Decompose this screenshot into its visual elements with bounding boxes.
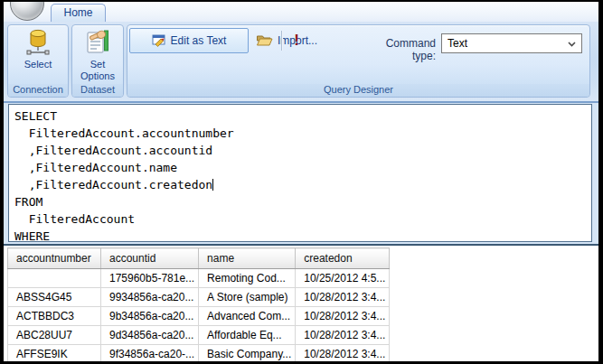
table-cell: 9934856a-ca20... bbox=[101, 288, 199, 307]
sql-line: ,FilteredAccount.name bbox=[14, 159, 591, 176]
toolbar-separator bbox=[281, 31, 282, 51]
import-folder-icon bbox=[256, 33, 273, 50]
table-cell: 175960b5-781e... bbox=[101, 269, 199, 288]
table-cell: 10/28/2012 3:4... bbox=[296, 326, 390, 345]
sql-line: FilteredAccount bbox=[14, 210, 591, 228]
edit-as-text-button[interactable]: Edit as Text bbox=[129, 28, 249, 53]
group-label-connection: Connection bbox=[8, 84, 68, 97]
sql-line: ,FilteredAccount.accountid bbox=[14, 142, 591, 159]
command-type-label: Command type: bbox=[362, 37, 436, 62]
table-cell: 9f34856a-ca20-... bbox=[101, 345, 199, 362]
group-label-dataset: Dataset bbox=[72, 84, 123, 97]
table-cell: ACTBBDC3 bbox=[8, 307, 101, 326]
text-caret bbox=[212, 179, 213, 191]
exclamation-icon: ! bbox=[294, 32, 299, 49]
chevron-down-icon bbox=[568, 37, 576, 50]
ribbon: Select Connection bbox=[4, 22, 598, 103]
table-cell: 10/25/2012 4:5... bbox=[296, 269, 390, 288]
command-type-dropdown[interactable]: Text bbox=[441, 33, 582, 53]
select-button-label: Select bbox=[24, 59, 52, 70]
table-cell: 10/28/2012 3:4... bbox=[296, 307, 390, 326]
ribbon-group-query-designer: Edit as Text Import... ! bbox=[127, 24, 590, 98]
column-header-createdon[interactable]: createdon bbox=[296, 248, 390, 269]
table-row[interactable]: ABC28UU7 9d34856a-ca20... Affordable Eq.… bbox=[8, 326, 390, 345]
sql-editor[interactable]: SELECT FilteredAccount.accountnumber ,Fi… bbox=[8, 104, 592, 242]
query-designer-toolbar: Edit as Text Import... ! bbox=[127, 25, 589, 84]
edit-as-text-label: Edit as Text bbox=[171, 34, 227, 47]
table-cell: Affordable Eq... bbox=[199, 326, 296, 345]
select-button[interactable]: Select bbox=[13, 25, 63, 84]
ribbon-group-connection: Select Connection bbox=[7, 24, 69, 98]
table-cell: AFFSE9IK bbox=[8, 345, 101, 362]
sql-line: SELECT bbox=[14, 107, 591, 125]
sql-line: FilteredAccount.accountnumber bbox=[14, 125, 591, 142]
table-row[interactable]: AFFSE9IK 9f34856a-ca20-... Basic Company… bbox=[8, 345, 390, 362]
table-cell: A Store (sample) bbox=[199, 288, 296, 307]
table-cell bbox=[8, 269, 101, 288]
database-icon bbox=[24, 28, 52, 57]
application-menu-button[interactable] bbox=[10, 2, 44, 21]
table-cell: 10/28/2012 3:4... bbox=[296, 288, 390, 307]
table-cell: 9d34856a-ca20... bbox=[101, 326, 199, 345]
table-cell: Advanced Com... bbox=[199, 307, 296, 326]
column-header-name[interactable]: name bbox=[199, 248, 296, 269]
sql-line: WHERE bbox=[14, 228, 591, 242]
table-cell: ABSS4G45 bbox=[8, 288, 101, 307]
table-header-row: accountnumber accountid name createdon bbox=[8, 248, 390, 269]
table-row[interactable]: ACTBBDC3 9b34856a-ca20... Advanced Com..… bbox=[8, 307, 390, 326]
tab-home[interactable]: Home bbox=[51, 4, 106, 22]
sql-line: FROM bbox=[14, 193, 591, 210]
group-label-query-designer: Query Designer bbox=[127, 84, 589, 97]
column-header-accountid[interactable]: accountid bbox=[101, 248, 199, 269]
set-options-button[interactable]: Set Options bbox=[72, 25, 123, 84]
sql-line: ,FilteredAccount.createdon bbox=[14, 176, 591, 193]
table-row[interactable]: ABSS4G45 9934856a-ca20... A Store (sampl… bbox=[8, 288, 390, 307]
set-options-icon bbox=[84, 28, 111, 57]
run-query-button[interactable]: ! bbox=[289, 29, 304, 52]
table-cell: ABC28UU7 bbox=[8, 326, 101, 345]
edit-as-text-icon bbox=[152, 33, 166, 50]
column-header-accountnumber[interactable]: accountnumber bbox=[8, 248, 101, 269]
table-cell: 10/28/2012 3:4... bbox=[296, 345, 390, 362]
table-row[interactable]: 175960b5-781e... Remoting Cod... 10/25/2… bbox=[8, 269, 390, 288]
tab-strip: Home bbox=[4, 2, 598, 22]
table-cell: 9b34856a-ca20... bbox=[101, 307, 199, 326]
set-options-button-label: Set Options bbox=[72, 59, 123, 82]
query-designer-window: Home Select bbox=[4, 2, 598, 361]
command-type-value: Text bbox=[448, 37, 467, 50]
table-cell: Basic Company... bbox=[199, 345, 296, 362]
results-grid: accountnumber accountid name createdon 1… bbox=[7, 247, 390, 361]
table-cell: Remoting Cod... bbox=[199, 269, 296, 288]
results-pane: accountnumber accountid name createdon 1… bbox=[4, 244, 598, 361]
import-button[interactable]: Import... bbox=[250, 28, 323, 53]
ribbon-group-dataset: Set Options Dataset bbox=[71, 24, 124, 98]
